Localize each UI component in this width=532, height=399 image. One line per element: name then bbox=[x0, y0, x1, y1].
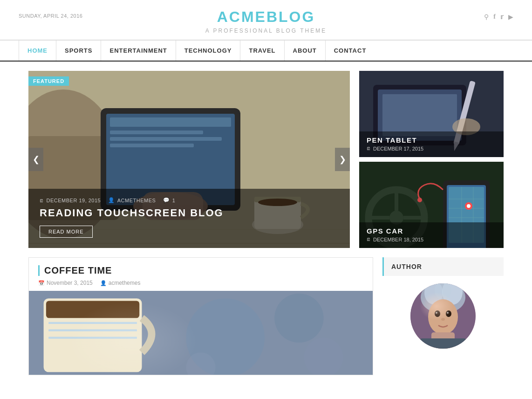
search-icon[interactable]: ⚲ bbox=[484, 13, 489, 21]
svg-point-55 bbox=[435, 283, 451, 300]
svg-rect-8 bbox=[110, 144, 194, 147]
svg-point-40 bbox=[417, 198, 422, 202]
card-gps-car[interactable]: GPS CAR 🗓 DECEMBER 18, 2015 bbox=[359, 162, 504, 248]
nav-item-travel[interactable]: TRAVEL bbox=[240, 41, 284, 61]
svg-point-56 bbox=[428, 299, 458, 335]
user-icon: 👤 bbox=[100, 280, 107, 286]
slider-author: 👤 ACMETHEMES bbox=[108, 197, 156, 203]
blog-post-title: COFFEE TIME bbox=[38, 265, 363, 276]
sidebar-cards: PEN TABLET 🗓 DECEMBER 17, 2015 bbox=[359, 71, 504, 248]
slider-comments: 💬 1 bbox=[163, 197, 175, 203]
svg-point-50 bbox=[186, 352, 215, 375]
calendar-icon: 🗓 bbox=[367, 146, 371, 151]
nav-item-about[interactable]: ABOUT bbox=[285, 41, 326, 61]
main-content: FEATURED bbox=[10, 62, 522, 385]
card-gps-car-date: 🗓 DECEMBER 18, 2015 bbox=[367, 237, 496, 242]
svg-rect-46 bbox=[46, 301, 139, 318]
blog-post-author: 👤 acmethemes bbox=[100, 280, 141, 286]
youtube-icon[interactable]: ▶ bbox=[508, 13, 513, 21]
site-tagline: A Professional Blog Theme bbox=[19, 28, 513, 34]
svg-point-47 bbox=[186, 298, 265, 375]
blog-post-meta: 📅 November 3, 2015 👤 acmethemes bbox=[38, 280, 363, 286]
blog-post-date: 📅 November 3, 2015 bbox=[38, 280, 93, 286]
svg-point-49 bbox=[304, 338, 343, 375]
card-pen-tablet-title: PEN TABLET bbox=[367, 136, 496, 144]
slider-prev-button[interactable]: ❮ bbox=[28, 148, 43, 171]
svg-rect-41 bbox=[29, 291, 373, 375]
second-row: COFFEE TIME 📅 November 3, 2015 👤 acmethe… bbox=[28, 257, 504, 375]
svg-rect-7 bbox=[110, 137, 222, 141]
nav-item-technology[interactable]: TECHNOLOGY bbox=[176, 41, 241, 61]
calendar-icon: 📅 bbox=[38, 280, 45, 286]
slider-title: READING TOUCHSCREEN BLOG bbox=[40, 207, 339, 219]
svg-point-48 bbox=[274, 294, 323, 343]
svg-point-39 bbox=[467, 204, 471, 208]
svg-point-58 bbox=[446, 310, 451, 317]
blog-post-card: COFFEE TIME 📅 November 3, 2015 👤 acmethe… bbox=[28, 257, 373, 375]
nav-item-entertainment[interactable]: ENTERTAINMENT bbox=[101, 41, 176, 61]
card-gps-car-overlay: GPS CAR 🗓 DECEMBER 18, 2015 bbox=[359, 222, 504, 248]
header-date: Sunday, April 24, 2016 bbox=[19, 13, 82, 19]
card-gps-car-title: GPS CAR bbox=[367, 227, 496, 235]
svg-rect-5 bbox=[110, 117, 231, 127]
site-logo: ACMEBLOG bbox=[19, 8, 513, 26]
svg-point-61 bbox=[441, 318, 445, 321]
calendar-icon: 🗓 bbox=[367, 237, 371, 242]
twitter-icon[interactable]: 𝕣 bbox=[500, 13, 504, 21]
svg-point-52 bbox=[421, 283, 465, 314]
svg-point-54 bbox=[442, 283, 463, 305]
facebook-icon[interactable]: f bbox=[493, 13, 496, 21]
featured-badge: FEATURED bbox=[28, 76, 69, 86]
author-photo-container bbox=[382, 283, 504, 349]
slider-meta: DECEMBER 19, 2015 👤 ACMETHEMES 💬 1 bbox=[40, 197, 339, 203]
svg-point-60 bbox=[447, 312, 449, 314]
svg-rect-62 bbox=[431, 332, 455, 349]
header-social-icons: ⚲ f 𝕣 ▶ bbox=[484, 13, 513, 21]
card-pen-tablet-overlay: PEN TABLET 🗓 DECEMBER 17, 2015 bbox=[359, 131, 504, 157]
user-icon: 👤 bbox=[108, 197, 115, 203]
svg-rect-20 bbox=[382, 94, 457, 136]
svg-rect-6 bbox=[110, 131, 203, 134]
featured-slider: FEATURED bbox=[28, 71, 350, 248]
author-widget: AUTHOR bbox=[382, 257, 504, 375]
nav-item-home[interactable]: HOME bbox=[19, 41, 56, 61]
slider-next-button[interactable]: ❯ bbox=[335, 148, 350, 171]
site-header: Sunday, April 24, 2016 ACMEBLOG A Profes… bbox=[0, 0, 532, 41]
svg-point-57 bbox=[435, 310, 440, 317]
card-pen-tablet[interactable]: PEN TABLET 🗓 DECEMBER 17, 2015 bbox=[359, 71, 504, 157]
slider-date: DECEMBER 19, 2015 bbox=[40, 198, 101, 203]
slider-overlay: DECEMBER 19, 2015 👤 ACMETHEMES 💬 1 READI… bbox=[28, 189, 350, 248]
svg-rect-42 bbox=[44, 298, 142, 372]
author-avatar bbox=[410, 283, 476, 349]
svg-rect-63 bbox=[420, 338, 466, 349]
nav-item-contact[interactable]: CONTACT bbox=[326, 41, 375, 61]
content-row: FEATURED bbox=[28, 71, 504, 248]
blog-post-image bbox=[29, 291, 373, 375]
nav-item-sports[interactable]: SPORTS bbox=[56, 41, 101, 61]
svg-point-59 bbox=[436, 312, 437, 314]
calendar-icon bbox=[40, 198, 44, 203]
read-more-button[interactable]: READ MORE bbox=[40, 226, 93, 238]
main-nav: HOME SPORTS ENTERTAINMENT TECHNOLOGY TRA… bbox=[0, 41, 532, 62]
svg-point-53 bbox=[424, 283, 443, 304]
widget-title: AUTHOR bbox=[382, 257, 504, 276]
card-pen-tablet-date: 🗓 DECEMBER 17, 2015 bbox=[367, 146, 496, 151]
svg-point-51 bbox=[410, 283, 476, 349]
blog-post-header: COFFEE TIME 📅 November 3, 2015 👤 acmethe… bbox=[29, 258, 373, 291]
comment-icon: 💬 bbox=[163, 197, 170, 203]
